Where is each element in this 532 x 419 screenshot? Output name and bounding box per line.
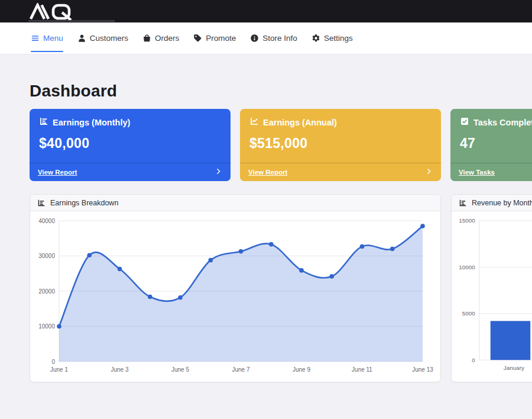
stat-card-tasks-completed: Tasks Completed 47 View Tasks	[450, 109, 532, 181]
nav-item-settings[interactable]: Settings	[312, 22, 353, 54]
view-report-link[interactable]: View Report	[240, 163, 441, 181]
tag-icon	[193, 34, 202, 43]
view-tasks-link[interactable]: View Tasks	[450, 163, 532, 181]
nav-item-menu[interactable]: Menu	[31, 22, 63, 54]
hamburger-icon	[31, 34, 40, 43]
chart-card-header: Revenue by Month	[452, 195, 532, 211]
bar-chart-icon	[39, 117, 48, 128]
svg-text:June 1: June 1	[50, 366, 68, 373]
stat-card-title: Tasks Completed	[473, 118, 532, 127]
nav-item-label: Promote	[206, 34, 236, 43]
view-report-link[interactable]: View Report	[30, 163, 231, 181]
stat-card-title-row: Earnings (Monthly)	[39, 117, 221, 128]
info-icon	[250, 34, 259, 43]
view-report-label: View Report	[248, 169, 287, 176]
logo-underline	[28, 20, 115, 22]
svg-text:10000: 10000	[459, 264, 475, 270]
svg-text:30000: 30000	[38, 253, 55, 259]
svg-text:15000: 15000	[459, 217, 475, 224]
nav-item-store-info[interactable]: Store Info	[250, 22, 297, 54]
stat-card-body: Earnings (Annual) $515,000	[240, 109, 441, 163]
revenue-by-month-card: Revenue by Month 050001000015000January	[451, 194, 532, 382]
svg-text:0: 0	[51, 359, 55, 365]
stat-card-earnings-monthly: Earnings (Monthly) $40,000 View Report	[30, 109, 231, 181]
stat-card-title: Earnings (Annual)	[263, 118, 337, 127]
svg-text:June 5: June 5	[171, 366, 189, 373]
svg-text:0: 0	[472, 357, 475, 363]
svg-text:June 11: June 11	[352, 366, 372, 373]
check-square-icon	[460, 117, 469, 128]
nav-item-label: Store Info	[262, 34, 297, 43]
chart-card-title: Revenue by Month	[472, 199, 532, 207]
nav-item-label: Customers	[90, 34, 128, 43]
gear-icon	[312, 34, 320, 43]
svg-text:June 13: June 13	[412, 366, 433, 373]
page-title: Dashboard	[30, 82, 532, 101]
stat-card-value: $515,000	[249, 136, 432, 152]
charts-row: Earnings Breakdown 010000200003000040000…	[30, 194, 532, 382]
bar-chart-icon	[459, 199, 467, 207]
svg-text:June 9: June 9	[293, 366, 310, 373]
top-nav: Menu Customers Orders Promote Store Info…	[0, 22, 532, 54]
revenue-by-month-chart: 050001000015000January	[452, 211, 532, 382]
svg-text:20000: 20000	[38, 288, 55, 295]
stat-cards-row: Earnings (Monthly) $40,000 View Report E…	[30, 109, 532, 181]
stat-card-body: Tasks Completed 47	[450, 109, 532, 163]
nav-item-orders[interactable]: Orders	[142, 22, 179, 54]
nav-item-promote[interactable]: Promote	[193, 22, 236, 54]
top-app-bar	[0, 0, 532, 22]
earnings-breakdown-card: Earnings Breakdown 010000200003000040000…	[30, 194, 441, 382]
svg-text:10000: 10000	[38, 323, 55, 330]
svg-text:5000: 5000	[462, 310, 476, 317]
earnings-breakdown-chart: 010000200003000040000June 1June 3June 5J…	[30, 211, 440, 382]
svg-text:June 3: June 3	[111, 366, 128, 373]
stat-card-body: Earnings (Monthly) $40,000	[30, 109, 231, 163]
view-report-label: View Report	[38, 169, 77, 176]
bar-chart-icon	[37, 199, 46, 207]
view-tasks-label: View Tasks	[459, 169, 495, 176]
aiq-logo-icon	[28, 3, 87, 21]
bag-icon	[142, 34, 151, 43]
chart-card-header: Earnings Breakdown	[30, 195, 440, 211]
svg-text:40000: 40000	[38, 218, 55, 224]
person-icon	[77, 34, 86, 43]
chevron-right-icon	[215, 167, 222, 178]
chevron-right-icon	[425, 167, 433, 178]
dashboard-content: Dashboard Earnings (Monthly) $40,000 Vie…	[0, 82, 532, 382]
stat-card-value: $40,000	[39, 136, 221, 152]
nav-item-label: Settings	[324, 34, 353, 43]
nav-item-customers[interactable]: Customers	[77, 22, 128, 54]
aiq-logo[interactable]	[28, 3, 117, 21]
svg-text:January: January	[504, 365, 524, 371]
chart-card-title: Earnings Breakdown	[50, 199, 118, 207]
nav-item-label: Menu	[43, 34, 63, 43]
stat-card-title-row: Tasks Completed	[460, 117, 532, 128]
stat-card-title-row: Earnings (Annual)	[249, 117, 432, 128]
line-chart-icon	[249, 117, 259, 128]
stat-card-earnings-annual: Earnings (Annual) $515,000 View Report	[240, 109, 441, 181]
stat-card-value: 47	[460, 136, 532, 152]
svg-text:June 7: June 7	[232, 366, 249, 373]
stat-card-title: Earnings (Monthly)	[53, 118, 130, 127]
nav-item-label: Orders	[155, 34, 179, 43]
